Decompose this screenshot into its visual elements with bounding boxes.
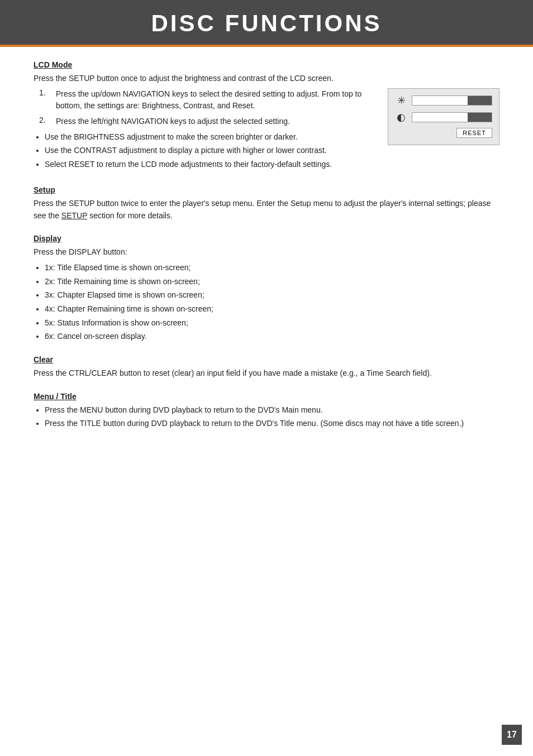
display-bullet-2: 2x: Title Remaining time is shown on-scr… — [45, 276, 499, 288]
lcd-step-1: 1. Press the up/down NAVIGATION keys to … — [39, 88, 377, 112]
display-bullet-1: 1x: Title Elapsed time is shown on-scree… — [45, 262, 499, 274]
menu-title-bullet-2: Press the TITLE button during DVD playba… — [45, 418, 499, 430]
menu-title-bullets-list: Press the MENU button during DVD playbac… — [45, 404, 499, 430]
brightness-bar — [412, 95, 492, 106]
lcd-mode-body: 1. Press the up/down NAVIGATION keys to … — [34, 88, 499, 173]
page-header: DISC FUNCTIONS — [0, 0, 533, 45]
display-bullet-5: 5x: Status Information is show on-screen… — [45, 317, 499, 329]
display-bullet-3: 3x: Chapter Elapsed time is shown on-scr… — [45, 289, 499, 302]
lcd-panel-box: ✳ ◐ RESET — [388, 88, 499, 145]
content-area: LCD Mode Press the SETUP button once to … — [0, 47, 533, 465]
display-intro: Press the DISPLAY button: — [34, 246, 499, 259]
display-heading: Display — [34, 234, 499, 243]
step-text-1: Press the up/down NAVIGATION keys to sel… — [56, 88, 377, 112]
menu-title-section: Menu / Title Press the MENU button durin… — [34, 392, 499, 430]
step-number-2: 2. — [39, 116, 49, 128]
lcd-bullet-2: Use the CONTRAST adjustment to display a… — [45, 145, 377, 157]
setup-link: SETUP — [61, 211, 87, 220]
menu-title-heading: Menu / Title — [34, 392, 499, 401]
lcd-mode-section: LCD Mode Press the SETUP button once to … — [34, 60, 499, 173]
lcd-step-2: 2. Press the left/right NAVIGATION keys … — [39, 116, 377, 128]
lcd-panel: ✳ ◐ RESET — [388, 88, 499, 145]
lcd-mode-left: 1. Press the up/down NAVIGATION keys to … — [34, 88, 377, 173]
lcd-bullet-3: Select RESET to return the LCD mode adju… — [45, 159, 377, 171]
display-section: Display Press the DISPLAY button: 1x: Ti… — [34, 234, 499, 343]
display-bullet-4: 4x: Chapter Remaining time is shown on-s… — [45, 303, 499, 315]
clear-section: Clear Press the CTRL/CLEAR button to res… — [34, 355, 499, 380]
setup-section: Setup Press the SETUP button twice to en… — [34, 185, 499, 222]
lcd-bullet-1: Use the BRIGHTNESS adjustment to make th… — [45, 131, 377, 143]
step-text-2: Press the left/right NAVIGATION keys to … — [56, 116, 377, 128]
clear-text: Press the CTRL/CLEAR button to reset (cl… — [34, 367, 499, 380]
setup-heading: Setup — [34, 185, 499, 194]
lcd-mode-intro: Press the SETUP button once to adjust th… — [34, 73, 499, 85]
contrast-fill — [468, 113, 492, 122]
setup-text: Press the SETUP button twice to enter th… — [34, 198, 499, 222]
contrast-icon: ◐ — [395, 111, 407, 123]
lcd-mode-heading: LCD Mode — [34, 60, 499, 69]
menu-title-bullet-1: Press the MENU button during DVD playbac… — [45, 404, 499, 417]
reset-row: RESET — [395, 128, 492, 138]
reset-button[interactable]: RESET — [456, 128, 492, 138]
contrast-bar — [412, 112, 492, 122]
brightness-fill — [468, 96, 492, 105]
display-bullets-list: 1x: Title Elapsed time is shown on-scree… — [45, 262, 499, 343]
brightness-row: ✳ — [395, 94, 492, 107]
page-number: 17 — [502, 725, 522, 745]
display-bullet-6: 6x: Cancel on-screen display. — [45, 331, 499, 343]
step-number-1: 1. — [39, 88, 49, 112]
brightness-icon: ✳ — [395, 94, 407, 107]
clear-heading: Clear — [34, 355, 499, 364]
lcd-bullets-list: Use the BRIGHTNESS adjustment to make th… — [45, 131, 377, 171]
lcd-steps-list: 1. Press the up/down NAVIGATION keys to … — [34, 88, 377, 128]
contrast-row: ◐ — [395, 111, 492, 123]
page-title: DISC FUNCTIONS — [22, 10, 511, 37]
